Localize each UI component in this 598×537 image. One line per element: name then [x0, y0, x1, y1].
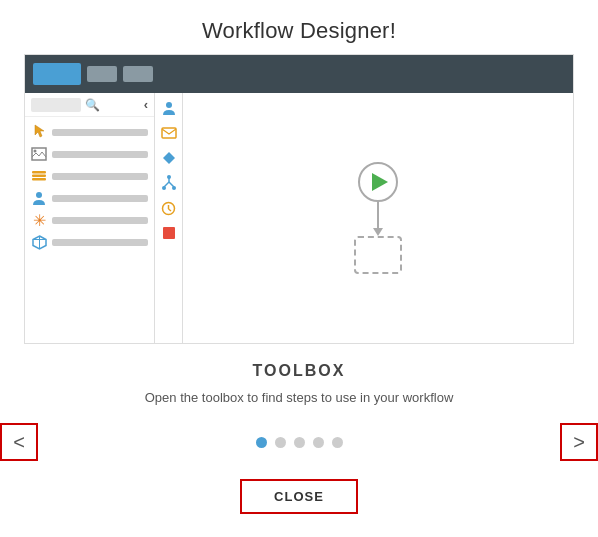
- next-button[interactable]: >: [560, 423, 598, 461]
- prev-button[interactable]: <: [0, 423, 38, 461]
- nav-row: < >: [0, 423, 598, 479]
- sidebar-item-1[interactable]: [25, 121, 154, 143]
- sidebar-item-2[interactable]: [25, 143, 154, 165]
- asterisk-icon: ✳: [31, 212, 47, 228]
- right-icon-stop[interactable]: [160, 224, 178, 242]
- close-button[interactable]: CLOSE: [240, 479, 358, 514]
- svg-point-17: [167, 175, 171, 179]
- svg-marker-11: [163, 152, 175, 164]
- sidebar-collapse-icon: ‹: [144, 97, 148, 112]
- canvas-area: [183, 93, 573, 343]
- modal: Workflow Designer! 🔍 ‹: [0, 0, 598, 537]
- right-icon-diamond[interactable]: [160, 149, 178, 167]
- sidebar-item-label-2: [52, 151, 148, 158]
- dots-row: [38, 437, 560, 448]
- workflow-end-node: [354, 236, 402, 274]
- svg-rect-2: [32, 171, 46, 174]
- hand-icon: [31, 124, 47, 140]
- list-icon: [31, 168, 47, 184]
- sidebar-item-4[interactable]: [25, 187, 154, 209]
- sidebar-item-label-5: [52, 217, 148, 224]
- sidebar-item-6[interactable]: [25, 231, 154, 253]
- sidebar-item-3[interactable]: [25, 165, 154, 187]
- workflow-arrow: [377, 202, 379, 230]
- right-icon-mail[interactable]: [160, 124, 178, 142]
- sidebar-items: ✳: [25, 117, 154, 343]
- svg-rect-4: [32, 178, 46, 181]
- toolbar-bar: [25, 55, 573, 93]
- dot-2: [275, 437, 286, 448]
- play-icon: [372, 173, 388, 191]
- svg-point-9: [166, 102, 172, 108]
- sidebar-item-label-3: [52, 173, 148, 180]
- dot-3: [294, 437, 305, 448]
- section-description: Open the toolbox to find steps to use in…: [145, 390, 454, 405]
- svg-line-20: [169, 209, 172, 211]
- right-icon-user[interactable]: [160, 99, 178, 117]
- svg-rect-3: [32, 175, 46, 178]
- svg-rect-10: [162, 128, 176, 138]
- modal-title: Workflow Designer!: [202, 18, 396, 44]
- bottom-section: TOOLBOX Open the toolbox to find steps t…: [0, 344, 598, 514]
- workflow-diagram: [354, 162, 402, 274]
- svg-point-5: [36, 192, 42, 198]
- dot-1: [256, 437, 267, 448]
- svg-point-15: [162, 186, 166, 190]
- image-icon: [31, 146, 47, 162]
- section-heading: TOOLBOX: [253, 362, 346, 380]
- dot-5: [332, 437, 343, 448]
- sidebar-search-box: [31, 98, 81, 112]
- right-icon-clock[interactable]: [160, 199, 178, 217]
- screenshot-content: 🔍 ‹: [25, 93, 573, 343]
- screenshot-area: 🔍 ‹: [24, 54, 574, 344]
- user-icon: [31, 190, 47, 206]
- svg-point-16: [172, 186, 176, 190]
- box-icon: [31, 234, 47, 250]
- svg-rect-21: [163, 227, 175, 239]
- sidebar-item-label-6: [52, 239, 148, 246]
- workflow-start-node: [358, 162, 398, 202]
- toolbar-tab-gray-1: [87, 66, 117, 82]
- search-icon: 🔍: [85, 98, 100, 112]
- dot-4: [313, 437, 324, 448]
- sidebar-item-label-1: [52, 129, 148, 136]
- sidebar-item-label-4: [52, 195, 148, 202]
- right-icon-fork[interactable]: [160, 174, 178, 192]
- toolbar-tab-blue: [33, 63, 81, 85]
- sidebar-search-row: 🔍 ‹: [25, 93, 154, 117]
- svg-point-1: [34, 150, 37, 153]
- toolbar-tab-gray-2: [123, 66, 153, 82]
- right-iconbar: [155, 93, 183, 343]
- left-sidebar: 🔍 ‹: [25, 93, 155, 343]
- sidebar-item-5[interactable]: ✳: [25, 209, 154, 231]
